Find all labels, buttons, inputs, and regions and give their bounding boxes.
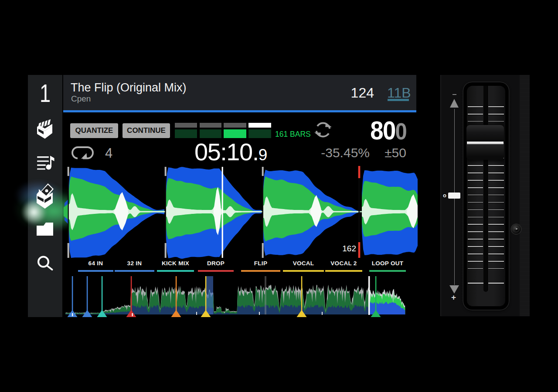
svg-text:162: 162	[342, 244, 356, 253]
